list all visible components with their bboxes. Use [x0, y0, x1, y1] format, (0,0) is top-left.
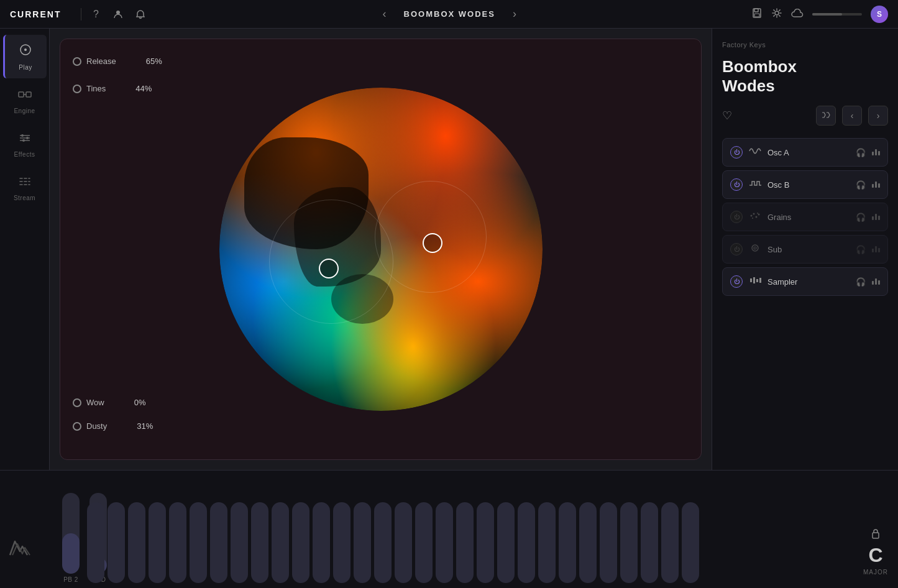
key-slider-30[interactable] [682, 502, 699, 583]
cloud-icon[interactable] [791, 9, 804, 20]
pb-control: PB 2 [62, 493, 80, 583]
key-slider-4[interactable] [149, 502, 166, 583]
key-slider-25[interactable] [579, 502, 597, 583]
topbar: CURRENT ? ‹ BOOMBOX WODES › S [0, 0, 898, 29]
osc-b-headphone[interactable]: 🎧 [856, 180, 866, 190]
key-slider-21[interactable] [497, 502, 515, 583]
key-slider-14[interactable] [354, 502, 371, 583]
sampler-power[interactable]: ⏻ [730, 275, 743, 288]
osc-a-power[interactable]: ⏻ [730, 146, 743, 158]
sidebar-effects-label: Effects [14, 151, 35, 158]
pb-slider[interactable] [62, 493, 80, 574]
main-layout: Play Engine Effects Stream [0, 29, 898, 470]
settings-icon[interactable] [771, 7, 782, 21]
preset-name: BoomboxWodes [722, 57, 888, 96]
content-area: Release 65% Tines 44% Wow 0% [50, 29, 712, 470]
tines-circle [73, 85, 81, 93]
key-slider-22[interactable] [518, 502, 535, 583]
key-slider-19[interactable] [456, 502, 474, 583]
volume-slider[interactable] [812, 13, 862, 16]
next-button[interactable]: › [868, 106, 888, 126]
osc-b-wave-icon [749, 179, 761, 190]
xy-circle-artwork [219, 88, 543, 411]
sidebar-play-label: Play [19, 64, 32, 71]
svg-point-14 [22, 139, 25, 142]
key-slider-17[interactable] [415, 502, 433, 583]
prev-button[interactable]: ‹ [842, 106, 862, 126]
dusty-label: Dusty 31% [73, 421, 153, 431]
pb-label: PB 2 [63, 576, 78, 583]
xy-dot-left[interactable] [319, 259, 339, 278]
sampler-headphone[interactable]: 🎧 [856, 277, 866, 287]
app-logo: CURRENT [10, 9, 61, 19]
key-slider-8[interactable] [231, 502, 248, 583]
play-icon [18, 42, 33, 60]
xy-bg [219, 88, 543, 411]
prev-preset-button[interactable]: ‹ [378, 5, 392, 23]
save-icon[interactable] [751, 7, 763, 21]
user-avatar[interactable]: S [871, 6, 888, 23]
grains-power[interactable]: ⏻ [730, 211, 743, 223]
keyboard-sliders: C3 C4 [87, 502, 861, 588]
topbar-divider [81, 8, 81, 21]
sidebar-engine-label: Engine [14, 108, 35, 114]
help-icon[interactable]: ? [89, 7, 103, 21]
key-slider-11[interactable] [292, 502, 309, 583]
xy-pad[interactable]: Release 65% Tines 44% Wow 0% [60, 39, 702, 460]
key-slider-6[interactable]: C3 [190, 502, 207, 583]
key-slider-15[interactable] [374, 502, 392, 583]
lock-icon[interactable] [871, 528, 880, 541]
key-slider-23[interactable] [538, 502, 556, 583]
bottom-right-controls: C MAJOR [863, 528, 888, 576]
key-slider-5[interactable] [169, 502, 186, 583]
sidebar-stream-label: Stream [14, 195, 35, 201]
key-slider-10[interactable] [272, 502, 289, 583]
key-slider-20[interactable] [477, 502, 494, 583]
sidebar-item-stream[interactable]: Stream [3, 168, 47, 209]
sub-headphone[interactable]: 🎧 [856, 245, 866, 254]
sub-power[interactable]: ⏻ [730, 243, 743, 255]
key-slider-2[interactable] [108, 502, 125, 583]
sidebar-item-effects[interactable]: Effects [3, 124, 47, 165]
xy-dot-right[interactable] [423, 233, 442, 253]
key-slider-28[interactable] [641, 502, 658, 583]
release-name: Release [86, 57, 116, 66]
key-slider-26[interactable] [600, 502, 617, 583]
key-slider-18[interactable] [436, 502, 453, 583]
sidebar-item-engine[interactable]: Engine [3, 81, 47, 122]
key-slider-29[interactable] [661, 502, 679, 583]
grains-headphone[interactable]: 🎧 [856, 213, 866, 222]
release-value: 65% [146, 57, 162, 66]
svg-point-20 [757, 213, 758, 214]
favorite-button[interactable]: ♡ [722, 109, 732, 122]
shuffle-button[interactable] [816, 106, 836, 126]
osc-b-row: ⏻ Osc B 🎧 [722, 170, 888, 199]
sampler-wave-icon [749, 276, 761, 287]
notifications-icon[interactable] [134, 7, 147, 21]
key-slider-12[interactable] [313, 502, 330, 583]
dusty-circle [73, 422, 81, 431]
key-slider-9[interactable] [251, 502, 268, 583]
sidebar-item-play[interactable]: Play [3, 35, 47, 78]
tines-name: Tines [86, 84, 106, 93]
key-slider-13[interactable] [333, 502, 350, 583]
key-slider-16[interactable]: C4 [395, 502, 412, 583]
key-slider-3[interactable] [128, 502, 145, 583]
next-preset-button[interactable]: › [508, 5, 521, 23]
osc-b-bars[interactable] [872, 181, 880, 188]
svg-point-0 [116, 11, 120, 14]
osc-a-bars[interactable] [872, 149, 880, 155]
grains-bars[interactable] [872, 214, 880, 220]
sub-bars[interactable] [872, 246, 880, 252]
svg-point-16 [753, 213, 755, 215]
key-slider-24[interactable] [559, 502, 576, 583]
key-slider-27[interactable] [620, 502, 638, 583]
key-slider-1[interactable] [87, 502, 104, 583]
osc-a-headphone[interactable]: 🎧 [856, 148, 866, 157]
osc-b-power[interactable]: ⏻ [730, 178, 743, 191]
user-icon[interactable] [111, 7, 125, 21]
wow-value: 0% [134, 398, 146, 407]
osc-a-name: Osc A [767, 148, 850, 157]
sampler-bars[interactable] [872, 278, 880, 285]
key-slider-7[interactable] [210, 502, 227, 583]
